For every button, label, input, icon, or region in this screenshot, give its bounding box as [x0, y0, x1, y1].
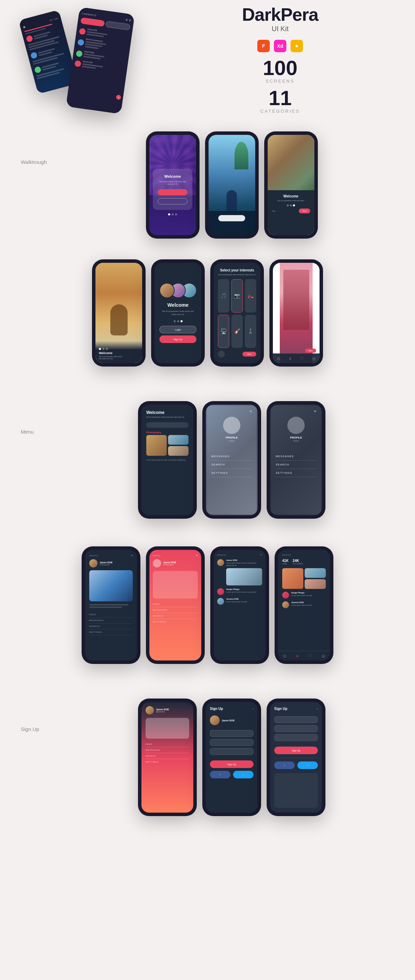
- walkthrough-phone-2: [205, 131, 259, 239]
- interests-phone: Select your interests Set of perspiciati…: [210, 259, 264, 367]
- interest-photo[interactable]: 📷: [231, 279, 243, 313]
- signup-email-input[interactable]: [210, 739, 253, 746]
- walkthrough-phone-3: Welcome Set of consectetur omnis iste na…: [264, 131, 318, 239]
- signup-password-input[interactable]: [210, 748, 253, 755]
- brand-title: DarkPera: [173, 4, 387, 25]
- welcome-section: Welcome Set of consectetur unde omnis is…: [0, 253, 415, 380]
- dark-submit-button[interactable]: Sign Up: [274, 746, 318, 754]
- signup-name-input[interactable]: [210, 730, 253, 737]
- dark-email-input[interactable]: [274, 725, 318, 732]
- interest-moto[interactable]: 🏍️: [245, 279, 256, 313]
- facebook-signup-button[interactable]: f: [210, 771, 231, 778]
- brand-subtitle: UI Kit: [173, 25, 387, 33]
- dark-password-input[interactable]: [274, 734, 318, 741]
- signup-submit-button[interactable]: Sign Up: [210, 760, 253, 768]
- profile-phone-2: PHOTO ≡ Jason DOE Photographer FEED MESS…: [146, 546, 205, 664]
- city-phone: ⊙ ≡ ♡ ◎ Next: [269, 259, 323, 367]
- signup-close-2[interactable]: ›: [317, 707, 318, 711]
- walktrough-label: Walktrough: [21, 159, 47, 165]
- signup-button[interactable]: Sign Up: [159, 336, 196, 343]
- hero-phone-front: COMMENTS Jessica DOE: [66, 7, 135, 114]
- signup-phone-2: Sign Up ‹ Jason DOE Sign Up: [202, 698, 261, 816]
- screens-count: 100: [173, 58, 387, 78]
- hero-section: 375 4,154: [0, 0, 415, 111]
- screens-label: SCREENS: [173, 78, 387, 84]
- signup-phone-3: Sign Up › Sign Up f t: [267, 698, 326, 816]
- dark-fb-button[interactable]: f: [274, 762, 295, 769]
- menu-section: Menu Welcome Set of consectetur unde omn…: [0, 380, 415, 533]
- menu-label: Menu: [21, 429, 34, 435]
- signup-section: Sign Up Jason DOE @jasondoe: [0, 678, 415, 830]
- categories-count: 11: [173, 88, 387, 108]
- dark-name-input[interactable]: [274, 716, 318, 723]
- signup-close-button[interactable]: ‹: [253, 707, 253, 711]
- interest-guitar[interactable]: 🎸: [231, 315, 243, 348]
- xd-icon: Xd: [274, 40, 286, 52]
- interest-music[interactable]: 🎵: [218, 279, 229, 313]
- walkthrough-phone-1: Welcome Set of consectetur unde omnis is…: [146, 131, 200, 239]
- menu-phone-2: ✕ PROFILE FEED MESSAGES SEARCH SETTINGS: [202, 401, 261, 519]
- hero-info: DarkPera UI Kit F Xd ◆ 100 SCREENS 11 CA…: [159, 4, 387, 114]
- menu-phone-1: Welcome Set of consectetur unde omnis is…: [138, 401, 197, 519]
- login-button[interactable]: Login: [159, 326, 196, 333]
- signup-label: Sign Up: [21, 726, 39, 732]
- next-button[interactable]: Next: [242, 352, 256, 356]
- feed-phone-1: PHOTO ≡ Jason DOE Lorem ipsum dolor sit …: [210, 546, 269, 664]
- welcome-phone-1: Welcome Set of consectetur unde omnis is…: [92, 259, 146, 367]
- tool-icons: F Xd ◆: [173, 40, 387, 52]
- profile-phone-1: PHOTO ≡ Jason DOE Photographer: [82, 546, 140, 664]
- categories-label: CATEGORIES: [173, 108, 387, 114]
- signup-phone-1: Jason DOE @jasondoe FEED MESSAGES SEARCH…: [138, 698, 197, 816]
- notifications-phone: PHOTO 41K LIKES 24K FOLLOWING: [275, 546, 333, 664]
- sketch-icon: ◆: [291, 40, 303, 52]
- figma-icon: F: [257, 40, 270, 52]
- menu-phone-3: ✕ PROFILE FEED MESSAGES SEARCH SETTINGS: [267, 401, 326, 519]
- interest-chess[interactable]: ♟️: [245, 315, 256, 348]
- hero-phones: 375 4,154: [21, 7, 159, 111]
- twitter-signup-button[interactable]: t: [233, 771, 253, 778]
- walktrough-section: Walktrough Welcome: [0, 111, 415, 253]
- next-button-2[interactable]: Next: [305, 348, 316, 353]
- profile-section: PHOTO ≡ Jason DOE Photographer: [0, 533, 415, 678]
- interest-tech[interactable]: 🖥️: [218, 315, 229, 348]
- dark-tw-button[interactable]: t: [297, 762, 318, 769]
- welcome-phone-2: Welcome Set of consectetur unde omnis is…: [151, 259, 205, 367]
